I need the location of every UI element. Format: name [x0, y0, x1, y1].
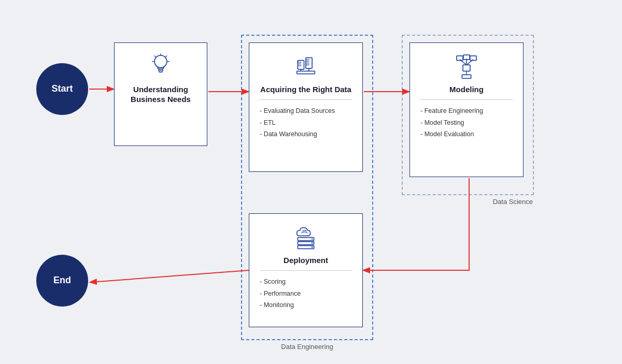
svg-point-4	[154, 55, 167, 67]
svg-rect-13	[298, 60, 304, 69]
needs-title: Understanding Business Needs	[125, 84, 196, 105]
data-title: Acquiring the Right Data	[260, 84, 351, 95]
svg-rect-25	[462, 75, 471, 78]
deployment-divider	[260, 270, 352, 271]
svg-point-29	[312, 242, 313, 244]
deployment-icon	[292, 223, 319, 250]
modeling-list-item-2: - Model Testing	[420, 117, 513, 129]
diagram: Data Engineering Data Science Start End	[26, 11, 596, 353]
data-list-item-1: - Evaluating Data Sources	[260, 105, 352, 117]
svg-point-31	[312, 246, 313, 248]
lightbulb-icon	[147, 52, 174, 79]
svg-rect-6	[159, 70, 162, 72]
database-icon	[292, 52, 319, 79]
modeling-list-item-1: - Feature Engineering	[420, 105, 513, 117]
svg-rect-12	[297, 71, 315, 74]
svg-point-27	[312, 238, 313, 240]
data-box: Acquiring the Right Data - Evaluating Da…	[249, 42, 363, 172]
needs-box: Understanding Business Needs	[114, 42, 207, 146]
modeling-list: - Feature Engineering - Model Testing - …	[420, 105, 513, 140]
data-list-item-3: - Data Warehousing	[260, 128, 352, 140]
deployment-list-item-2: - Performance	[260, 288, 352, 300]
deployment-list-item-3: - Monitoring	[260, 299, 352, 311]
svg-line-8	[154, 55, 156, 56]
deployment-title: Deployment	[284, 255, 328, 266]
data-list-item-2: - ETL	[260, 117, 352, 129]
svg-rect-17	[463, 65, 470, 71]
deployment-box: Deployment - Scoring - Performance - Mon…	[249, 213, 363, 327]
svg-line-3	[91, 270, 249, 282]
deployment-list-item-1: - Scoring	[260, 276, 352, 288]
modeling-list-item-3: - Model Evaluation	[420, 128, 513, 140]
data-list: - Evaluating Data Sources - ETL - Data W…	[260, 105, 352, 140]
data-engineering-label: Data Engineering	[281, 343, 333, 351]
end-label: End	[53, 275, 71, 286]
deployment-list: - Scoring - Performance - Monitoring	[260, 276, 352, 311]
data-divider	[260, 99, 352, 100]
modeling-title: Modeling	[449, 84, 484, 95]
svg-line-9	[166, 55, 167, 56]
start-label: Start	[51, 83, 73, 94]
model-icon	[453, 52, 480, 79]
modeling-divider	[420, 99, 513, 100]
end-circle: End	[36, 255, 88, 307]
modeling-box: Modeling - Feature Engineering - Model T…	[409, 42, 524, 177]
data-science-label: Data Science	[493, 198, 533, 206]
start-circle: Start	[36, 63, 88, 115]
